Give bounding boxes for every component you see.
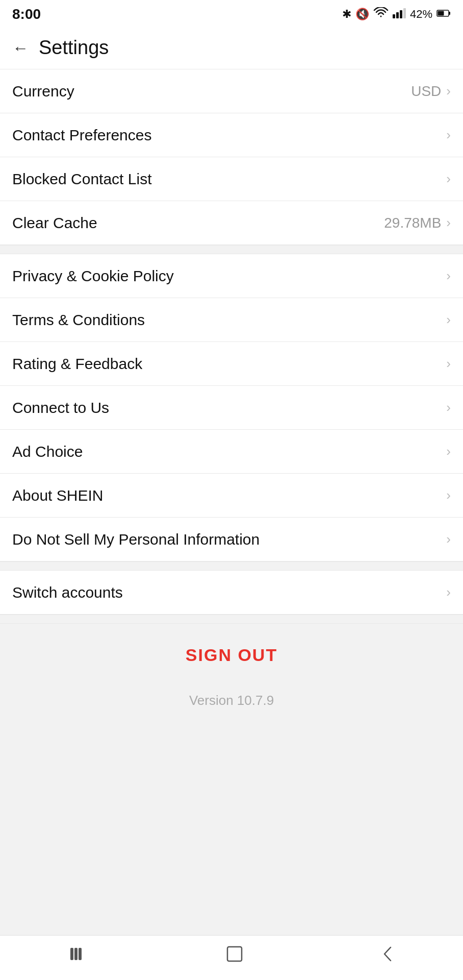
chevron-icon: › (446, 531, 451, 547)
section-divider-2 (0, 561, 463, 571)
page-title: Settings (39, 37, 109, 59)
settings-item-connect-to-us[interactable]: Connect to Us › (0, 386, 463, 430)
privacy-cookie-label: Privacy & Cookie Policy (12, 267, 174, 285)
status-icons: ✱ 🔇 42% (342, 7, 451, 21)
svg-rect-3 (403, 8, 406, 18)
chevron-icon: › (446, 268, 451, 284)
chevron-icon: › (446, 487, 451, 503)
status-bar: 8:00 ✱ 🔇 42% (0, 0, 463, 27)
blocked-contact-label: Blocked Contact List (12, 170, 151, 188)
chevron-icon: › (446, 312, 451, 328)
sign-out-button[interactable]: SIGN OUT (186, 640, 277, 670)
chevron-icon: › (446, 215, 451, 231)
settings-item-do-not-sell[interactable]: Do Not Sell My Personal Information › (0, 518, 463, 561)
svg-rect-9 (79, 948, 82, 960)
svg-rect-10 (227, 947, 242, 961)
clear-cache-label: Clear Cache (12, 214, 97, 232)
settings-item-contact-preferences[interactable]: Contact Preferences › (0, 113, 463, 157)
battery-icon (436, 8, 451, 21)
svg-rect-2 (400, 10, 402, 18)
chevron-icon: › (446, 83, 451, 99)
svg-rect-7 (70, 948, 73, 960)
settings-item-switch-accounts[interactable]: Switch accounts › (0, 571, 463, 615)
home-nav-icon[interactable] (226, 945, 243, 967)
svg-rect-0 (393, 14, 395, 18)
settings-item-privacy-cookie[interactable]: Privacy & Cookie Policy › (0, 254, 463, 298)
about-shein-label: About SHEIN (12, 487, 103, 504)
svg-rect-1 (396, 12, 399, 18)
settings-section-3: Switch accounts › (0, 571, 463, 615)
chevron-icon: › (446, 400, 451, 415)
contact-preferences-label: Contact Preferences (12, 127, 151, 144)
version-text: Version 10.7.9 (189, 693, 274, 708)
bluetooth-icon: ✱ (342, 8, 351, 21)
do-not-sell-label: Do Not Sell My Personal Information (12, 531, 260, 548)
settings-item-clear-cache[interactable]: Clear Cache 29.78MB › (0, 201, 463, 245)
battery-percent: 42% (410, 8, 432, 21)
ad-choice-label: Ad Choice (12, 443, 83, 460)
chevron-icon: › (446, 171, 451, 187)
wifi-icon (373, 7, 389, 21)
currency-label: Currency (12, 83, 74, 100)
settings-item-about-shein[interactable]: About SHEIN › (0, 474, 463, 518)
status-time: 8:00 (12, 6, 41, 22)
terms-conditions-label: Terms & Conditions (12, 311, 145, 329)
rating-feedback-label: Rating & Feedback (12, 355, 142, 373)
flex-spacer (0, 729, 463, 935)
currency-value: USD (411, 83, 441, 100)
section-divider-3 (0, 615, 463, 624)
svg-rect-8 (74, 948, 78, 960)
section-divider-1 (0, 245, 463, 254)
settings-section-2: Privacy & Cookie Policy › Terms & Condit… (0, 254, 463, 561)
chevron-icon: › (446, 584, 451, 600)
settings-section-1: Currency USD › Contact Preferences › Blo… (0, 69, 463, 245)
settings-item-ad-choice[interactable]: Ad Choice › (0, 430, 463, 474)
version-section: Version 10.7.9 (0, 682, 463, 729)
settings-item-terms-conditions[interactable]: Terms & Conditions › (0, 298, 463, 342)
svg-rect-5 (449, 12, 450, 15)
sign-out-section: SIGN OUT (0, 624, 463, 682)
back-nav-icon[interactable] (381, 945, 394, 967)
connect-to-us-label: Connect to Us (12, 399, 109, 416)
clear-cache-value: 29.78MB (384, 215, 441, 231)
back-button[interactable]: ← (12, 40, 29, 56)
settings-item-currency[interactable]: Currency USD › (0, 69, 463, 113)
signal-icon (393, 7, 406, 21)
switch-accounts-label: Switch accounts (12, 584, 123, 601)
chevron-icon: › (446, 127, 451, 143)
settings-item-blocked-contact-list[interactable]: Blocked Contact List › (0, 157, 463, 201)
chevron-icon: › (446, 356, 451, 372)
svg-rect-6 (438, 11, 444, 16)
menu-nav-icon[interactable] (69, 946, 88, 965)
nav-bar (0, 935, 463, 980)
settings-item-rating-feedback[interactable]: Rating & Feedback › (0, 342, 463, 386)
mute-icon: 🔇 (355, 8, 369, 21)
chevron-icon: › (446, 444, 451, 459)
header: ← Settings (0, 27, 463, 69)
